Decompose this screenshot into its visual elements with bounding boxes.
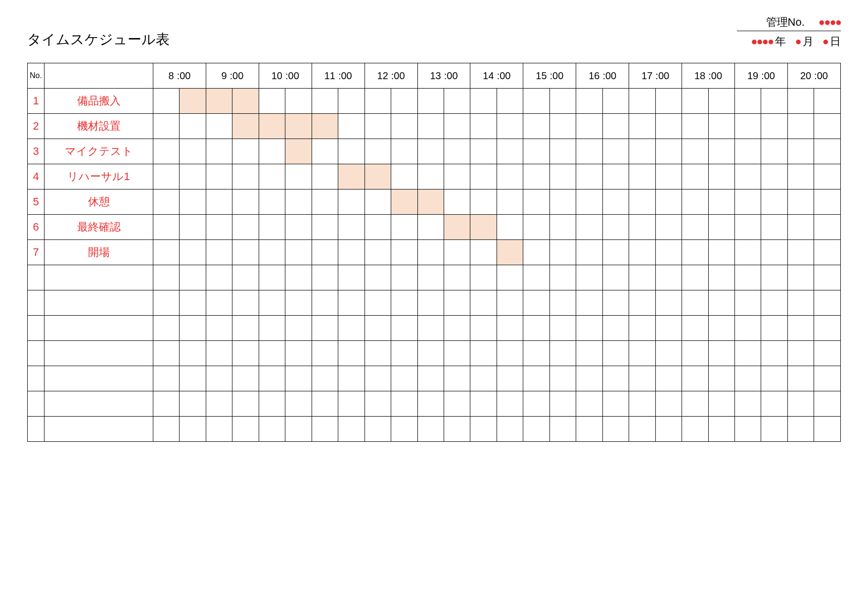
time-slot xyxy=(708,139,734,164)
time-slot xyxy=(682,215,708,240)
time-slot xyxy=(470,391,497,417)
time-slot xyxy=(470,114,497,139)
time-slot xyxy=(602,366,629,391)
time-slot xyxy=(417,89,444,114)
hour-suffix: :00 xyxy=(708,70,722,82)
time-slot xyxy=(549,265,576,290)
time-slot xyxy=(629,114,655,139)
row-task xyxy=(45,290,153,316)
time-slot xyxy=(180,366,206,391)
time-slot xyxy=(787,417,814,442)
time-slot xyxy=(497,366,523,391)
time-slot xyxy=(206,290,232,316)
time-slot xyxy=(444,215,470,240)
col-header-hour: 10:00 xyxy=(259,63,312,89)
time-slot xyxy=(206,366,232,391)
time-slot xyxy=(708,240,734,265)
time-slot xyxy=(285,139,312,164)
time-slot xyxy=(549,114,576,139)
time-slot xyxy=(285,265,312,290)
time-slot xyxy=(232,114,259,139)
time-slot xyxy=(338,341,365,366)
time-slot xyxy=(761,114,787,139)
time-slot xyxy=(523,290,549,316)
time-slot xyxy=(417,240,444,265)
time-slot xyxy=(285,417,312,442)
time-slot xyxy=(761,290,787,316)
time-slot xyxy=(180,417,206,442)
row-task: マイクテスト xyxy=(45,139,153,164)
time-slot xyxy=(444,366,470,391)
table-row: 3マイクテスト xyxy=(28,139,841,164)
time-slot xyxy=(814,265,841,290)
row-number: 2 xyxy=(28,114,45,139)
time-slot xyxy=(312,164,338,189)
time-slot xyxy=(444,189,470,215)
time-slot xyxy=(814,215,841,240)
time-slot xyxy=(787,215,814,240)
time-slot xyxy=(602,89,629,114)
time-slot xyxy=(814,139,841,164)
time-slot xyxy=(444,164,470,189)
time-slot xyxy=(787,89,814,114)
time-slot xyxy=(391,366,417,391)
time-slot xyxy=(338,139,365,164)
time-slot xyxy=(417,341,444,366)
time-slot xyxy=(312,114,338,139)
time-slot xyxy=(734,341,761,366)
time-slot xyxy=(180,240,206,265)
time-slot xyxy=(391,391,417,417)
time-slot xyxy=(285,341,312,366)
time-slot xyxy=(602,290,629,316)
time-slot xyxy=(417,189,444,215)
hour-suffix: :00 xyxy=(761,70,775,82)
hour-number: 18 xyxy=(694,70,705,82)
time-slot xyxy=(153,164,180,189)
time-slot xyxy=(734,89,761,114)
time-slot xyxy=(787,290,814,316)
row-number xyxy=(28,417,45,442)
time-slot xyxy=(365,290,391,316)
time-slot xyxy=(734,265,761,290)
time-slot xyxy=(312,240,338,265)
time-slot xyxy=(338,164,365,189)
time-slot xyxy=(206,341,232,366)
time-slot xyxy=(549,290,576,316)
time-slot xyxy=(470,417,497,442)
time-slot xyxy=(206,215,232,240)
time-slot xyxy=(470,189,497,215)
row-task: 休憩 xyxy=(45,189,153,215)
time-slot xyxy=(734,366,761,391)
hour-number: 14 xyxy=(483,70,494,82)
time-slot xyxy=(312,89,338,114)
time-slot xyxy=(602,265,629,290)
time-slot xyxy=(497,265,523,290)
col-header-hour: 13:00 xyxy=(417,63,470,89)
col-header-hour: 16:00 xyxy=(576,63,629,89)
time-slot xyxy=(444,290,470,316)
time-slot xyxy=(444,240,470,265)
hour-suffix: :00 xyxy=(391,70,405,82)
time-slot xyxy=(391,164,417,189)
time-slot xyxy=(787,164,814,189)
time-slot xyxy=(338,114,365,139)
time-slot xyxy=(338,316,365,341)
time-slot xyxy=(549,139,576,164)
time-slot xyxy=(153,341,180,366)
time-slot xyxy=(312,316,338,341)
time-slot xyxy=(549,341,576,366)
year-label: 年 xyxy=(775,34,786,49)
hour-number: 17 xyxy=(641,70,652,82)
time-slot xyxy=(391,265,417,290)
table-row xyxy=(28,366,841,391)
time-slot xyxy=(708,417,734,442)
time-slot xyxy=(391,290,417,316)
time-slot xyxy=(153,316,180,341)
hour-suffix: :00 xyxy=(655,70,669,82)
time-slot xyxy=(153,215,180,240)
time-slot xyxy=(576,265,602,290)
time-slot xyxy=(629,189,655,215)
time-slot xyxy=(180,189,206,215)
col-header-no: No. xyxy=(28,63,45,89)
time-slot xyxy=(153,189,180,215)
